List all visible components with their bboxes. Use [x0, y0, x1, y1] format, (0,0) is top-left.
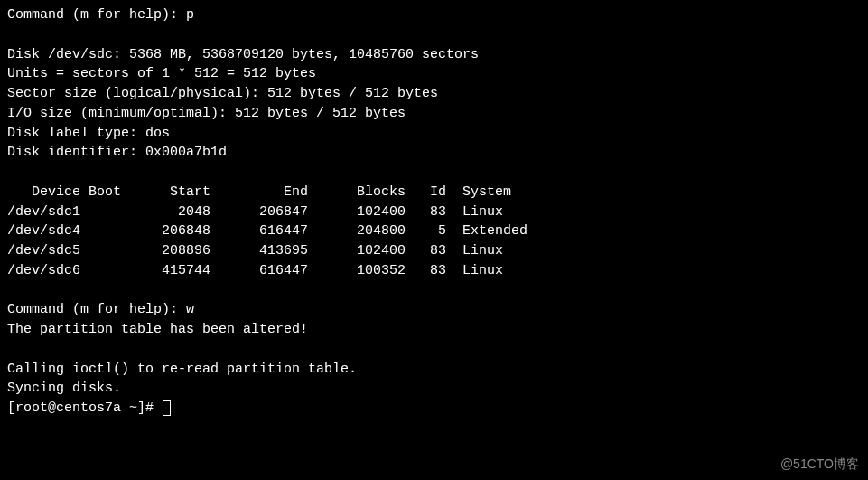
user-input-p: p	[186, 7, 194, 23]
ioctl-message: Calling ioctl() to re-read partition tab…	[7, 360, 861, 380]
partition-row: /dev/sdc5 208896 413695 102400 83 Linux	[7, 241, 861, 261]
shell-prompt: [root@centos7a ~]#	[7, 399, 162, 419]
partition-row: /dev/sdc6 415744 616447 100352 83 Linux	[7, 261, 861, 281]
blank-line	[7, 163, 861, 183]
disk-size-line: Disk /dev/sdc: 5368 MB, 5368709120 bytes…	[7, 45, 861, 65]
fdisk-prompt: Command (m for help):	[7, 302, 186, 317]
partition-row: /dev/sdc4 206848 616447 204800 5 Extende…	[7, 221, 861, 241]
partition-table-header: Device Boot Start End Blocks Id System	[7, 183, 861, 202]
disk-label-type-line: Disk label type: dos	[7, 124, 861, 144]
altered-message: The partition table has been altered!	[7, 320, 861, 340]
fdisk-command-p: Command (m for help): p	[7, 5, 861, 25]
io-size-line: I/O size (minimum/optimal): 512 bytes / …	[7, 104, 861, 124]
cursor-icon	[163, 400, 171, 416]
sector-size-line: Sector size (logical/physical): 512 byte…	[7, 84, 861, 104]
fdisk-command-w: Command (m for help): w	[7, 300, 861, 320]
units-line: Units = sectors of 1 * 512 = 512 bytes	[7, 64, 861, 84]
partition-row: /dev/sdc1 2048 206847 102400 83 Linux	[7, 202, 861, 222]
disk-identifier-line: Disk identifier: 0x000a7b1d	[7, 143, 861, 163]
watermark-text: @51CTO博客	[780, 455, 859, 473]
syncing-message: Syncing disks.	[7, 379, 861, 399]
blank-line	[7, 340, 861, 360]
fdisk-prompt: Command (m for help):	[7, 7, 186, 23]
shell-prompt-line[interactable]: [root@centos7a ~]#	[7, 399, 861, 419]
blank-line	[7, 281, 861, 301]
blank-line	[7, 25, 861, 45]
user-input-w: w	[186, 302, 194, 317]
